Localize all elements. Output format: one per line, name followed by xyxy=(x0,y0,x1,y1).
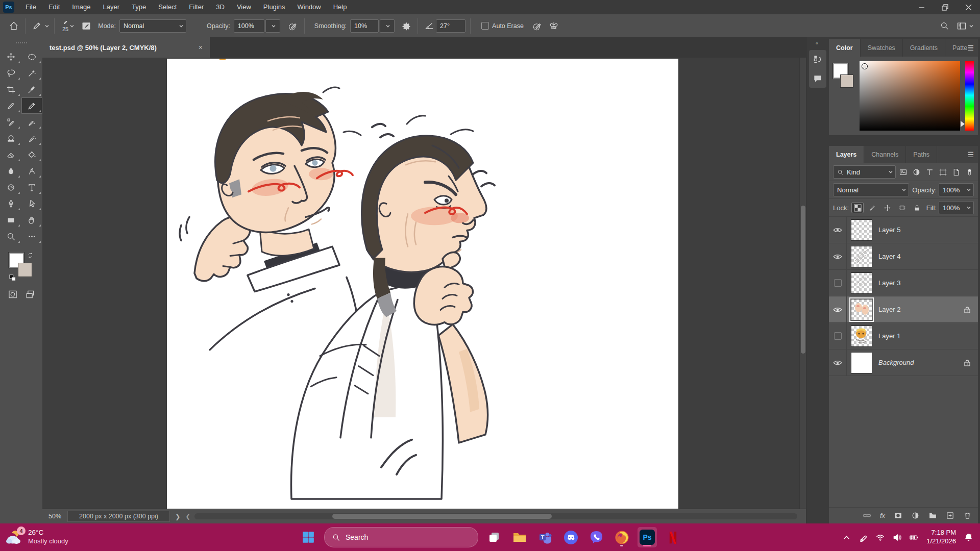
canvas[interactable] xyxy=(167,59,678,509)
pencil-tool-selected[interactable] xyxy=(21,97,42,114)
move-tool[interactable] xyxy=(1,48,21,65)
brush-angle-input[interactable]: 27° xyxy=(436,19,465,33)
brush-picker-chevron[interactable] xyxy=(69,23,75,29)
close-button[interactable] xyxy=(957,0,980,14)
add-layer-mask-button[interactable] xyxy=(894,511,902,520)
layer1-name[interactable]: Layer 1 xyxy=(878,332,900,340)
lock-transparent-pixels-button[interactable] xyxy=(852,203,863,213)
menu-filter[interactable]: Filter xyxy=(183,0,210,14)
hue-slider[interactable] xyxy=(965,61,974,131)
tray-battery-icon[interactable] xyxy=(910,533,918,542)
netflix-button[interactable] xyxy=(663,527,682,547)
tab-layers[interactable]: Layers xyxy=(829,146,864,163)
layer4-thumbnail[interactable] xyxy=(851,246,872,267)
tab-color[interactable]: Color xyxy=(829,39,861,57)
smoothing-options-gear-icon[interactable] xyxy=(400,21,413,31)
saturation-brightness-field[interactable] xyxy=(860,61,960,131)
layer1-visibility-checkbox[interactable] xyxy=(829,323,847,349)
filter-shape-layers-icon[interactable] xyxy=(939,168,947,177)
magic-wand-tool[interactable] xyxy=(21,65,42,81)
clone-stamp-tool[interactable] xyxy=(1,130,21,146)
mode-select[interactable]: Normal xyxy=(119,19,186,33)
pen-tool[interactable] xyxy=(1,195,21,212)
search-icon[interactable] xyxy=(940,21,949,31)
direct-selection-tool[interactable] xyxy=(21,195,42,212)
start-button[interactable] xyxy=(299,527,318,547)
quick-mask-toggle[interactable] xyxy=(8,289,18,299)
background-color-swatch[interactable] xyxy=(18,263,32,277)
layer5-name[interactable]: Layer 5 xyxy=(878,226,900,234)
lasso-tool[interactable] xyxy=(1,65,21,81)
pressure-size-icon[interactable] xyxy=(531,21,544,31)
smoothing-slider-chevron[interactable] xyxy=(380,19,395,33)
delete-layer-button[interactable] xyxy=(963,511,972,520)
menu-layer[interactable]: Layer xyxy=(97,0,126,14)
menu-type[interactable]: Type xyxy=(126,0,152,14)
layer3-thumbnail[interactable] xyxy=(851,272,872,294)
scroll-left-arrow-icon[interactable]: ❮ xyxy=(185,513,190,520)
menu-image[interactable]: Image xyxy=(66,0,96,14)
layers-opacity-input[interactable]: 100% xyxy=(939,183,974,196)
filter-type-layers-icon[interactable] xyxy=(925,168,934,177)
discord-button[interactable] xyxy=(561,527,580,547)
layer-row-background[interactable]: Background xyxy=(829,349,978,376)
tab-swatches[interactable]: Swatches xyxy=(861,39,903,57)
smudge-tool[interactable] xyxy=(21,163,42,179)
background-thumbnail[interactable] xyxy=(851,352,872,373)
vertical-scrollbar-thumb[interactable] xyxy=(801,206,805,354)
status-chevron-icon[interactable]: ❯ xyxy=(175,513,180,520)
photoshop-taskbar-button[interactable]: Ps xyxy=(638,527,657,547)
tool-preset-chevron[interactable] xyxy=(44,23,50,29)
menu-plugins[interactable]: Plugins xyxy=(257,0,291,14)
lock-all-button[interactable] xyxy=(911,203,922,213)
swap-colors-icon[interactable] xyxy=(27,252,34,259)
layer-filter-select[interactable]: Kind xyxy=(833,165,896,179)
default-colors-icon[interactable] xyxy=(9,274,16,281)
layer-row-2-selected[interactable]: Layer 2 xyxy=(829,296,978,323)
mixer-brush-tool[interactable] xyxy=(21,114,42,130)
minimize-button[interactable] xyxy=(910,0,933,14)
teams-button[interactable] xyxy=(535,527,555,547)
brush-preset-picker[interactable]: 25 xyxy=(62,19,68,32)
tab-channels[interactable]: Channels xyxy=(864,146,906,163)
document-tab[interactable]: test.psd @ 50% (Layer 2, CMYK/8) × xyxy=(42,37,210,58)
tab-paths[interactable]: Paths xyxy=(906,146,937,163)
auto-erase-checkbox[interactable] xyxy=(481,22,489,30)
layer-row-3[interactable]: Layer 3 xyxy=(829,270,978,296)
edit-toolbar-ellipsis[interactable] xyxy=(21,228,42,244)
layer5-visibility-eye-icon[interactable] xyxy=(829,217,847,243)
filter-pixel-layers-icon[interactable] xyxy=(899,168,908,177)
firefox-button[interactable] xyxy=(612,527,631,547)
tray-volume-icon[interactable] xyxy=(893,533,901,542)
lock-position-button[interactable] xyxy=(881,203,893,213)
eraser-tool[interactable] xyxy=(1,146,21,163)
brush-tool[interactable] xyxy=(1,97,21,114)
layer4-name[interactable]: Layer 4 xyxy=(878,253,900,260)
history-brush-tool[interactable] xyxy=(1,114,21,130)
link-layers-icon[interactable] xyxy=(863,511,871,520)
filter-adjustment-layers-icon[interactable] xyxy=(912,168,921,177)
screen-mode-toggle[interactable] xyxy=(25,289,35,299)
crop-tool[interactable] xyxy=(1,81,21,97)
layer-filter-toggle[interactable] xyxy=(965,168,974,177)
hue-slider-arrow[interactable] xyxy=(961,121,965,127)
type-tool[interactable] xyxy=(21,179,42,195)
taskbar-weather-widget[interactable]: 4 26°C Mostly cloudy xyxy=(0,529,122,546)
vertical-scrollbar[interactable] xyxy=(799,58,806,509)
symmetry-butterfly-icon[interactable] xyxy=(547,21,560,31)
menu-window[interactable]: Window xyxy=(291,0,327,14)
lock-image-pixels-button[interactable] xyxy=(867,203,878,213)
smoothing-input[interactable]: 10% xyxy=(350,19,379,33)
comments-panel-icon[interactable] xyxy=(813,73,823,84)
layer-row-1[interactable]: Layer 1 xyxy=(829,323,978,349)
tray-wifi-icon[interactable] xyxy=(876,533,885,542)
blend-mode-select[interactable]: Normal xyxy=(833,183,909,196)
tab-gradients[interactable]: Gradients xyxy=(903,39,945,57)
opacity-slider-chevron[interactable] xyxy=(265,19,280,33)
opacity-input[interactable]: 100% xyxy=(234,19,264,33)
tray-clock[interactable]: 7:18 PM 1/21/2026 xyxy=(926,529,956,546)
menu-3d[interactable]: 3D xyxy=(210,0,231,14)
rectangle-tool[interactable] xyxy=(1,212,21,228)
layer-row-4[interactable]: Layer 4 xyxy=(829,243,978,270)
background-name[interactable]: Background xyxy=(878,359,914,366)
